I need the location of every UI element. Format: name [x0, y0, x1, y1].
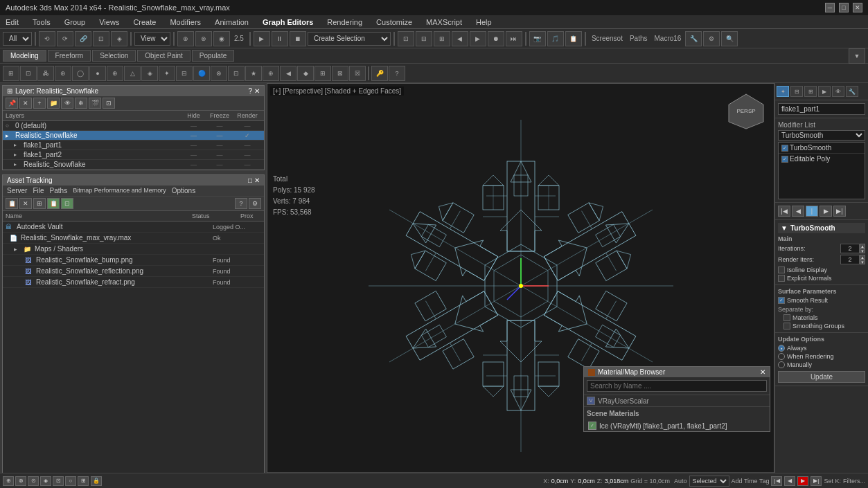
- asset-menu-file[interactable]: File: [33, 187, 44, 195]
- layers-tb-render[interactable]: 🎬: [89, 98, 101, 109]
- menu-customize[interactable]: Customize: [373, 18, 415, 26]
- status-selected-dropdown[interactable]: Selected: [689, 476, 729, 487]
- status-anim-4[interactable]: ▶|: [811, 476, 822, 486]
- sub-tb-btn-23[interactable]: ?: [389, 66, 405, 81]
- layers-tb-x[interactable]: ✕: [19, 98, 32, 109]
- close-button[interactable]: ✕: [853, 3, 862, 12]
- sub-tb-btn-13[interactable]: ⊗: [211, 66, 227, 81]
- asset-menu-bitmap[interactable]: Bitmap Performance and Memory: [73, 187, 166, 195]
- minimize-button[interactable]: ─: [825, 3, 835, 12]
- rp-nav-btn-3[interactable]: |: [806, 206, 818, 217]
- layers-tb-pin[interactable]: 📌: [6, 98, 18, 109]
- asset-tb-help[interactable]: ?: [235, 198, 247, 209]
- toolbar-btn-14[interactable]: ⊞: [434, 31, 450, 46]
- status-nav-1[interactable]: ⊕: [3, 476, 14, 486]
- status-filters[interactable]: Filters...: [843, 478, 865, 485]
- asset-tb-btn-1[interactable]: 📋: [6, 198, 18, 209]
- menu-edit[interactable]: Edit: [3, 18, 21, 26]
- menu-tools[interactable]: Tools: [30, 18, 53, 26]
- sub-tb-btn-15[interactable]: ★: [245, 66, 262, 81]
- status-anim-3[interactable]: ▶: [797, 476, 808, 486]
- asset-tb-btn-4[interactable]: 📋: [47, 198, 60, 209]
- sub-tb-btn-17[interactable]: ◀: [280, 66, 296, 81]
- toolbar-btn-11[interactable]: ⏹: [290, 31, 306, 46]
- rp-manually-radio[interactable]: [778, 361, 785, 368]
- rp-nav-btn-2[interactable]: ◀: [792, 206, 804, 217]
- rp-modifier-turbosmooth[interactable]: ✓ TurboSmooth: [779, 143, 865, 154]
- toolbar-btn-3[interactable]: 🔗: [75, 31, 91, 46]
- rp-iterations-input[interactable]: [840, 244, 860, 253]
- sub-tb-btn-7[interactable]: ⊕: [107, 66, 123, 81]
- menu-graph-editors[interactable]: Graph Editors: [260, 18, 316, 26]
- rp-icon-modify[interactable]: ⊟: [790, 86, 803, 97]
- asset-restore-btn[interactable]: □: [248, 177, 252, 184]
- rp-object-name-input[interactable]: [778, 103, 865, 115]
- asset-row-maps[interactable]: ▸ 📁 Maps / Shaders: [3, 244, 264, 255]
- tab-populate[interactable]: Populate: [192, 50, 234, 62]
- sub-tb-btn-4[interactable]: ⊛: [55, 66, 71, 81]
- toolbar-all-dropdown[interactable]: All: [3, 32, 32, 46]
- asset-tb-btn-5[interactable]: ⊡: [61, 198, 73, 209]
- rp-update-button[interactable]: Update: [778, 371, 865, 383]
- asset-close-btn[interactable]: ✕: [254, 177, 260, 184]
- rp-icon-utilities[interactable]: 🔧: [846, 86, 858, 97]
- asset-tb-btn-3[interactable]: ⊞: [33, 198, 46, 209]
- sub-tb-btn-18[interactable]: ◆: [297, 66, 314, 81]
- rp-icon-motion[interactable]: ▶: [818, 86, 831, 97]
- menu-modifiers[interactable]: Modifiers: [167, 18, 204, 26]
- toolbar-btn-1[interactable]: ⟲: [39, 31, 55, 46]
- layers-tb-folder[interactable]: 📁: [47, 98, 60, 109]
- menu-create[interactable]: Create: [130, 18, 159, 26]
- toolbar-btn-8[interactable]: ◉: [213, 31, 230, 46]
- toolbar-btn-16[interactable]: ▶: [470, 31, 486, 46]
- rp-isoline-checkbox[interactable]: [778, 266, 785, 273]
- rp-icon-hierarchy[interactable]: ⊞: [804, 86, 817, 97]
- mat-search-input[interactable]: [587, 380, 767, 392]
- layers-tb-freeze[interactable]: ❄: [75, 98, 87, 109]
- toolbar-btn-23[interactable]: ⚙: [703, 31, 720, 46]
- toolbar-btn-10[interactable]: ⏸: [272, 31, 288, 46]
- rp-when-rendering-radio[interactable]: [778, 353, 785, 360]
- sub-tb-btn-14[interactable]: ⊡: [228, 66, 245, 81]
- asset-menu-server[interactable]: Server: [7, 187, 27, 195]
- toolbar-btn-7[interactable]: ⊗: [195, 31, 212, 46]
- toolbar-btn-22[interactable]: 🔧: [685, 31, 702, 46]
- toolbar-btn-13[interactable]: ⊟: [416, 31, 432, 46]
- sub-tb-btn-21[interactable]: ☒: [349, 66, 366, 81]
- layer-row-flake1-part1[interactable]: ▸ flake1_part1 — — —: [3, 141, 264, 150]
- status-nav-7[interactable]: ⊞: [78, 476, 89, 486]
- menu-help[interactable]: Help: [473, 18, 495, 26]
- status-anim-2[interactable]: ◀: [784, 476, 795, 486]
- sub-tb-btn-11[interactable]: ⊟: [176, 66, 193, 81]
- viewport[interactable]: [+] [Perspective] [Shaded + Edged Faces]…: [267, 83, 774, 488]
- rp-icon-display[interactable]: 👁: [832, 86, 844, 97]
- layers-question-btn[interactable]: ?: [248, 87, 252, 95]
- toolbar-btn-5[interactable]: ◈: [111, 31, 127, 46]
- status-lock[interactable]: 🔒: [91, 476, 102, 486]
- status-nav-6[interactable]: ○: [65, 476, 76, 486]
- tab-freeform[interactable]: Freeform: [48, 50, 91, 62]
- rp-ts-checkbox[interactable]: ✓: [781, 145, 788, 152]
- rp-smoothing-groups-checkbox[interactable]: [783, 323, 790, 329]
- rp-always-radio[interactable]: ●: [778, 345, 785, 352]
- rp-render-iters-input[interactable]: [840, 255, 860, 264]
- layer-row-realistic-snowflake[interactable]: ▸ Realistic_Snowflake — — ✓: [3, 131, 264, 141]
- menu-group[interactable]: Group: [62, 18, 89, 26]
- toolbar-btn-15[interactable]: ◀: [452, 31, 468, 46]
- rp-nav-btn-5[interactable]: ▶|: [833, 206, 846, 217]
- rp-ep-checkbox[interactable]: ✓: [781, 156, 788, 163]
- tab-settings-btn[interactable]: ▼: [849, 48, 865, 64]
- sub-tb-btn-9[interactable]: ◈: [141, 66, 158, 81]
- mat-close-btn[interactable]: ✕: [760, 368, 765, 376]
- asset-menu-paths[interactable]: Paths: [50, 187, 68, 195]
- toolbar-screenshot[interactable]: Screensot: [589, 35, 626, 42]
- asset-row-refract[interactable]: 🖼 Realistic_Snowflake_refract.png Found: [3, 277, 264, 288]
- rp-nav-btn-1[interactable]: |◀: [778, 206, 790, 217]
- asset-tb-settings[interactable]: ⚙: [249, 198, 261, 209]
- sub-tb-btn-2[interactable]: ⊡: [20, 66, 37, 81]
- toolbar-btn-21[interactable]: 📋: [565, 31, 582, 46]
- sub-tb-btn-19[interactable]: ⊞: [315, 66, 331, 81]
- sub-tb-btn-6[interactable]: ●: [89, 66, 106, 81]
- toolbar-btn-6[interactable]: ⊕: [177, 31, 194, 46]
- rp-smooth-result-checkbox[interactable]: ✓: [778, 297, 785, 304]
